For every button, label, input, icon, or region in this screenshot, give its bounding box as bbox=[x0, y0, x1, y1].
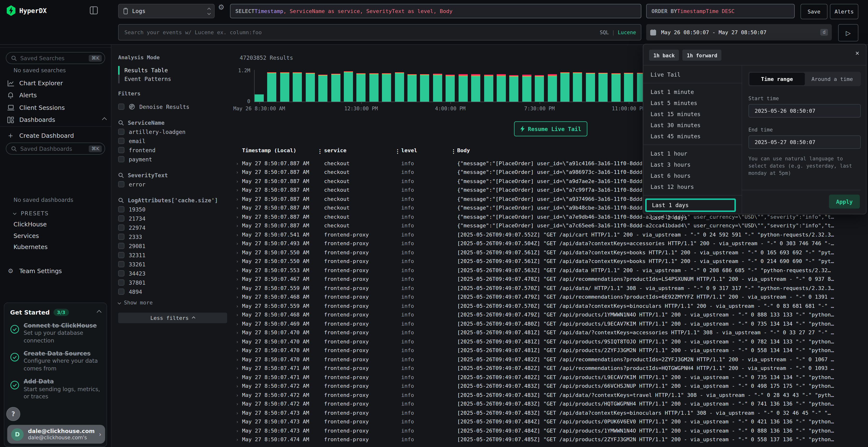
close-icon[interactable]: × bbox=[855, 49, 859, 57]
row-expand-icon[interactable]: › bbox=[234, 402, 242, 407]
filter-value-row[interactable]: artillery-loadgen bbox=[118, 127, 227, 136]
search-icon[interactable] bbox=[118, 197, 124, 203]
table-row[interactable]: ›May 27 8:50:07.470 AMfrontend-proxyinfo… bbox=[234, 346, 868, 355]
table-row[interactable]: ›May 27 8:50:07.474 AMfrontend-proxyinfo… bbox=[234, 435, 868, 444]
start-time-input[interactable] bbox=[754, 107, 856, 114]
presets-toggle[interactable]: PRESETS bbox=[13, 209, 106, 217]
table-row[interactable]: ›May 27 8:50:07.470 AMfrontend-proxyinfo… bbox=[234, 337, 868, 346]
row-expand-icon[interactable]: › bbox=[234, 357, 242, 362]
alerts-button[interactable]: Alerts bbox=[830, 4, 858, 19]
histogram-bar[interactable] bbox=[344, 71, 353, 102]
quick-range-last-6-hours[interactable]: Last 6 hours bbox=[643, 170, 742, 181]
sql-select-editor[interactable]: SELECT Timestamp, ServiceName as service… bbox=[230, 4, 641, 18]
quick-range-last-30-minutes[interactable]: Last 30 minutes bbox=[643, 119, 742, 131]
histogram-bar[interactable] bbox=[433, 74, 442, 102]
table-row[interactable]: ›May 27 8:50:07.469 AMfrontend-proxyinfo… bbox=[234, 319, 868, 328]
quick-range-last-1-days[interactable]: Last 1 days bbox=[645, 199, 736, 212]
histogram-bar[interactable] bbox=[318, 75, 328, 102]
show-more-button[interactable]: Show more bbox=[118, 298, 227, 307]
histogram-bar[interactable] bbox=[446, 75, 455, 102]
histogram-bar[interactable] bbox=[624, 73, 633, 102]
sidebar-collapse-icon[interactable] bbox=[90, 6, 98, 14]
get-started-step[interactable]: Connect to ClickHouseSet up your databas… bbox=[10, 322, 101, 344]
histogram-bar[interactable] bbox=[356, 73, 366, 102]
filter-value-row[interactable]: email bbox=[118, 136, 227, 145]
filter-value-row[interactable]: 37801 bbox=[118, 278, 227, 287]
row-expand-icon[interactable]: › bbox=[234, 312, 242, 318]
filter-value-row[interactable]: frontend bbox=[118, 145, 227, 154]
quick-range-live-tail[interactable]: Live Tail bbox=[643, 69, 742, 80]
denoise-results-toggle[interactable]: Denoise Results bbox=[118, 102, 227, 111]
row-expand-icon[interactable]: › bbox=[234, 214, 242, 220]
histogram-bar[interactable] bbox=[599, 72, 608, 102]
preset-services[interactable]: Services bbox=[13, 232, 39, 239]
table-row[interactable]: ›May 27 8:50:07.471 AMfrontend-proxyinfo… bbox=[234, 364, 868, 373]
histogram-bar[interactable] bbox=[586, 72, 595, 102]
sidebar-item-dashboards[interactable]: Dashboards bbox=[7, 115, 106, 124]
table-row[interactable]: ›May 27 8:50:07.468 AMfrontend-proxyinfo… bbox=[234, 310, 868, 319]
get-started-step[interactable]: Create Data SourcesConfigure where your … bbox=[10, 350, 101, 372]
filter-checkbox[interactable] bbox=[118, 225, 124, 231]
get-started-step[interactable]: Add DataStart sending logs, metrics, or … bbox=[10, 378, 101, 401]
analysis-mode-event-patterns[interactable]: Event Patterns bbox=[118, 75, 227, 83]
saved-searches-input[interactable]: Saved Searches ⌘K bbox=[6, 52, 105, 64]
table-row[interactable]: ›May 27 8:50:07.472 AMfrontend-proxyinfo… bbox=[234, 382, 868, 391]
table-row[interactable]: ›May 27 8:50:07.470 AMfrontend-proxyinfo… bbox=[234, 328, 868, 337]
row-expand-icon[interactable]: › bbox=[234, 277, 242, 282]
sidebar-item-alerts[interactable]: Alerts bbox=[7, 91, 106, 99]
histogram-bar[interactable] bbox=[484, 74, 493, 102]
create-dashboard-button[interactable]: + Create Dashboard bbox=[7, 132, 106, 140]
table-row[interactable]: ›May 27 8:50:07.468 AMfrontend-proxyinfo… bbox=[234, 293, 868, 302]
column-resize-handle[interactable]: ⋮ bbox=[451, 148, 456, 154]
filter-checkbox[interactable] bbox=[118, 181, 124, 187]
row-expand-icon[interactable]: › bbox=[234, 392, 242, 398]
histogram-bar[interactable] bbox=[255, 94, 264, 102]
row-expand-icon[interactable]: › bbox=[234, 286, 242, 291]
help-button[interactable]: ? bbox=[6, 407, 20, 421]
row-expand-icon[interactable]: › bbox=[234, 419, 242, 424]
row-expand-icon[interactable]: › bbox=[234, 348, 242, 353]
filter-value-row[interactable]: 2333 bbox=[118, 232, 227, 241]
histogram-bar[interactable] bbox=[407, 74, 416, 102]
table-row[interactable]: ›May 27 8:50:07.550 AMfrontend-proxyinfo… bbox=[234, 257, 868, 266]
col-timestamp[interactable]: Timestamp (Local) bbox=[242, 147, 296, 153]
filter-value-row[interactable]: 33261 bbox=[118, 260, 227, 269]
table-row[interactable]: ›May 27 8:50:07.553 AMfrontend-proxyinfo… bbox=[234, 266, 868, 275]
table-row[interactable]: ›May 27 8:50:07.472 AMfrontend-proxyinfo… bbox=[234, 391, 868, 400]
table-row[interactable]: ›May 27 8:50:07.472 AMfrontend-proxyinfo… bbox=[234, 400, 868, 409]
filter-checkbox[interactable] bbox=[118, 156, 124, 162]
row-expand-icon[interactable]: › bbox=[234, 223, 242, 229]
histogram-bar[interactable] bbox=[560, 72, 569, 102]
tab-around-a-time[interactable]: Around a time bbox=[805, 73, 860, 85]
row-expand-icon[interactable]: › bbox=[234, 205, 242, 211]
lang-sql-option[interactable]: SQL bbox=[600, 29, 609, 35]
row-expand-icon[interactable]: › bbox=[234, 428, 242, 434]
row-expand-icon[interactable]: › bbox=[234, 366, 242, 371]
source-select[interactable]: Logs bbox=[118, 4, 215, 18]
table-row[interactable]: ›May 27 8:50:07.473 AMfrontend-proxyinfo… bbox=[234, 417, 868, 426]
filter-value-row[interactable]: error bbox=[118, 180, 227, 189]
quick-range-last-5-minutes[interactable]: Last 5 minutes bbox=[643, 97, 742, 108]
histogram-bar[interactable] bbox=[331, 74, 340, 102]
filter-checkbox[interactable] bbox=[118, 215, 124, 221]
histogram-bar[interactable] bbox=[369, 73, 378, 102]
table-row[interactable]: ›May 27 8:50:07.493 AMfrontend-proxyinfo… bbox=[234, 239, 868, 248]
row-expand-icon[interactable]: › bbox=[234, 410, 242, 416]
table-row[interactable]: ›May 27 8:50:07.473 AMfrontend-proxyinfo… bbox=[234, 426, 868, 435]
histogram-bar[interactable] bbox=[306, 73, 315, 102]
filter-value-row[interactable]: 32311 bbox=[118, 250, 227, 260]
filter-checkbox[interactable] bbox=[118, 261, 124, 267]
histogram-bar[interactable] bbox=[280, 72, 289, 102]
histogram-bar[interactable] bbox=[522, 75, 531, 102]
filter-checkbox[interactable] bbox=[118, 279, 124, 286]
table-row[interactable]: ›May 27 8:50:07.541 AMfrontend-proxyinfo… bbox=[234, 230, 868, 239]
filter-value-row[interactable]: 34423 bbox=[118, 269, 227, 278]
save-button[interactable]: Save bbox=[801, 4, 828, 19]
histogram-bar[interactable] bbox=[509, 75, 519, 102]
sql-orderby-editor[interactable]: ORDER BY TimestampTime DESC bbox=[646, 4, 795, 18]
row-expand-icon[interactable]: › bbox=[234, 259, 242, 264]
shift-1h-back-button[interactable]: 1h back bbox=[649, 49, 679, 61]
user-menu[interactable]: D dale@clickhouse.com dale@clickhouse.co… bbox=[7, 425, 105, 444]
resume-live-tail-button[interactable]: Resume Live Tail bbox=[514, 122, 587, 136]
quick-range-last-1-hour[interactable]: Last 1 hour bbox=[643, 148, 742, 159]
